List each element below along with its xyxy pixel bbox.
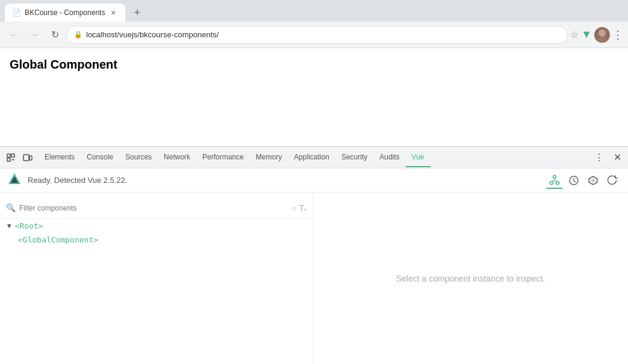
inspect-panel: Select a component instance to inspect. xyxy=(313,193,628,364)
tree-root-label: ▼ <Root> xyxy=(7,221,305,230)
tree-arrow-icon: ▼ xyxy=(7,222,11,230)
svg-line-15 xyxy=(555,180,558,182)
reload-button[interactable]: ↻ xyxy=(46,26,64,44)
devtools-more-button[interactable]: ⋮ xyxy=(591,149,608,166)
svg-rect-2 xyxy=(7,154,10,157)
tab-favicon: 📄 xyxy=(12,8,21,17)
refresh-icon[interactable] xyxy=(604,172,621,189)
component-tree-icon[interactable] xyxy=(546,172,563,189)
tab-close-button[interactable]: × xyxy=(108,8,118,17)
tab-memory[interactable]: Memory xyxy=(250,148,288,167)
vue-panel-header-icons xyxy=(546,172,621,189)
browser-menu-button[interactable]: ⋮ xyxy=(612,28,623,42)
svg-line-14 xyxy=(552,180,555,182)
tab-vue[interactable]: Vue xyxy=(406,148,431,167)
lock-icon: 🔒 xyxy=(74,31,82,39)
devtools-panel: Elements Console Sources Network Perform… xyxy=(0,146,628,364)
tab-console[interactable]: Console xyxy=(81,148,119,167)
filter-icons: ○ Tᵣ xyxy=(291,203,306,213)
tab-audits[interactable]: Audits xyxy=(373,148,405,167)
filter-input[interactable] xyxy=(19,204,288,212)
active-tab[interactable]: 📄 BKCourse - Components × xyxy=(5,4,125,22)
tab-sources[interactable]: Sources xyxy=(119,148,158,167)
tab-network[interactable]: Network xyxy=(158,148,196,167)
devtools-tab-bar: Elements Console Sources Network Perform… xyxy=(0,147,628,168)
back-button[interactable]: ← xyxy=(5,26,23,44)
vue-panel-header: Ready. Detected Vue 2.5.22. xyxy=(0,168,628,193)
filter-bar: 🔍 ○ Tᵣ xyxy=(0,197,312,219)
history-icon[interactable] xyxy=(565,172,582,189)
tab-strip: 📄 BKCourse - Components × + xyxy=(0,0,628,22)
svg-point-10 xyxy=(553,175,556,178)
vue-extension-button[interactable]: ▼ xyxy=(581,28,592,41)
url-input[interactable] xyxy=(86,30,556,39)
devtools-inspect-button[interactable] xyxy=(2,149,19,166)
devtools-left-icons xyxy=(2,149,36,166)
avatar[interactable] xyxy=(594,27,610,43)
vue-logo-icon xyxy=(7,171,22,190)
address-bar: 🔒 xyxy=(66,26,568,44)
devtools-device-button[interactable] xyxy=(19,149,36,166)
devtools-close-button[interactable]: ✕ xyxy=(609,149,626,166)
svg-point-0 xyxy=(598,29,606,37)
component-tree: 🔍 ○ Tᵣ ▼ <Root> <GlobalComponent> xyxy=(0,193,313,364)
svg-point-12 xyxy=(556,181,559,184)
page-title: Global Component xyxy=(10,58,618,72)
bookmark-button[interactable]: ☆ xyxy=(570,29,579,40)
search-icon: 🔍 xyxy=(6,203,16,212)
svg-rect-4 xyxy=(7,158,10,161)
vuex-icon[interactable] xyxy=(585,172,602,189)
vue-status-text: Ready. Detected Vue 2.5.22. xyxy=(28,176,128,185)
devtools-right-icons: ⋮ ✕ xyxy=(591,149,626,166)
inspect-hint-text: Select a component instance to inspect. xyxy=(396,274,545,283)
vue-body: 🔍 ○ Tᵣ ▼ <Root> <GlobalComponent> xyxy=(0,193,628,364)
tab-label: BKCourse - Components xyxy=(25,8,105,17)
tree-root-item[interactable]: ▼ <Root> xyxy=(0,219,312,233)
tab-performance[interactable]: Performance xyxy=(196,148,250,167)
new-tab-button[interactable]: + xyxy=(129,4,145,22)
filter-circle-icon[interactable]: ○ xyxy=(291,203,296,213)
filter-format-icon[interactable]: Tᵣ xyxy=(299,203,306,213)
svg-point-11 xyxy=(550,181,553,184)
page-content: Global Component xyxy=(0,48,628,146)
tab-elements[interactable]: Elements xyxy=(39,148,81,167)
forward-button[interactable]: → xyxy=(25,26,43,44)
tree-child-item[interactable]: <GlobalComponent> xyxy=(0,233,312,247)
svg-point-1 xyxy=(596,37,608,43)
tree-root-tag: <Root> xyxy=(15,221,43,230)
tab-application[interactable]: Application xyxy=(288,148,335,167)
tab-security[interactable]: Security xyxy=(335,148,373,167)
nav-bar: ← → ↻ 🔒 ☆ ▼ ⋮ xyxy=(0,22,628,48)
vue-full-panel: Ready. Detected Vue 2.5.22. xyxy=(0,168,628,364)
svg-rect-7 xyxy=(30,156,32,160)
svg-rect-3 xyxy=(11,154,14,157)
tree-child-tag: <GlobalComponent> xyxy=(18,235,98,244)
svg-rect-6 xyxy=(23,155,29,161)
